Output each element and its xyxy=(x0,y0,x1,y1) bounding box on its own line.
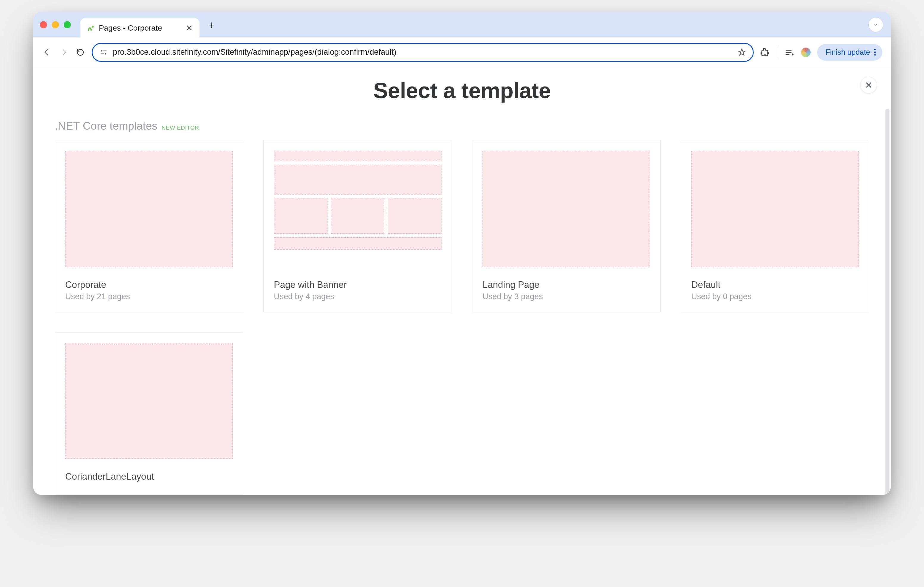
template-meta: CorporateUsed by 21 pages xyxy=(55,274,243,312)
close-tab-icon[interactable]: ✕ xyxy=(185,23,193,33)
toolbar-separator xyxy=(777,46,777,58)
template-preview xyxy=(472,141,660,274)
template-preview xyxy=(55,141,243,274)
back-button[interactable] xyxy=(42,47,53,58)
layout-placeholder xyxy=(274,165,441,194)
template-card[interactable]: Landing PageUsed by 3 pages xyxy=(472,141,660,312)
svg-point-3 xyxy=(105,53,106,54)
site-settings-icon[interactable] xyxy=(99,48,108,57)
layout-placeholder xyxy=(274,151,441,161)
dialog-close-button[interactable]: ✕ xyxy=(860,77,877,94)
bookmark-icon[interactable] xyxy=(738,48,746,57)
dialog-content: Select a template .NET Core templates NE… xyxy=(33,67,891,495)
tab-overflow-button[interactable] xyxy=(869,18,883,32)
template-card[interactable]: CorianderLaneLayout xyxy=(55,332,243,495)
layout-placeholder xyxy=(65,151,233,267)
layout-placeholder xyxy=(331,198,384,234)
template-meta: Page with BannerUsed by 4 pages xyxy=(264,274,452,312)
svg-point-1 xyxy=(101,50,102,51)
template-preview xyxy=(55,333,243,466)
template-name: Landing Page xyxy=(483,280,650,290)
template-name: Corporate xyxy=(65,280,233,290)
template-card[interactable]: CorporateUsed by 21 pages xyxy=(55,141,243,312)
template-preview xyxy=(681,141,869,274)
svg-point-0 xyxy=(92,26,94,28)
page-viewport: ✕ Select a template .NET Core templates … xyxy=(33,67,891,495)
svg-rect-4 xyxy=(101,53,104,54)
layout-placeholder xyxy=(691,151,859,267)
template-name: Page with Banner xyxy=(274,280,441,290)
forward-button[interactable] xyxy=(58,47,69,58)
layout-placeholder xyxy=(388,198,441,234)
svg-rect-2 xyxy=(103,50,107,51)
template-usage: Used by 21 pages xyxy=(65,292,233,301)
layout-placeholder xyxy=(65,343,233,459)
template-meta: DefaultUsed by 0 pages xyxy=(681,274,869,312)
template-usage: Used by 0 pages xyxy=(691,292,859,301)
finish-update-label: Finish update xyxy=(825,48,870,56)
layout-placeholder xyxy=(274,198,327,234)
extensions-icon[interactable] xyxy=(760,47,770,58)
template-card[interactable]: DefaultUsed by 0 pages xyxy=(681,141,869,312)
browser-tab-active[interactable]: Pages - Corporate ✕ xyxy=(80,18,200,38)
template-name: Default xyxy=(691,280,859,290)
section-badge: NEW EDITOR xyxy=(162,125,199,131)
template-name: CorianderLaneLayout xyxy=(65,471,233,482)
section-header: .NET Core templates NEW EDITOR xyxy=(55,120,869,132)
template-card[interactable]: Page with BannerUsed by 4 pages xyxy=(264,141,452,312)
window-controls xyxy=(40,21,71,28)
media-controls-icon[interactable] xyxy=(784,47,795,58)
address-bar-url: pro.3b0ce.cloud.sitefinity.com/Sitefinit… xyxy=(113,48,733,57)
window-zoom-button[interactable] xyxy=(64,21,71,28)
layout-placeholder xyxy=(274,237,441,250)
template-meta: Landing PageUsed by 3 pages xyxy=(472,274,660,312)
browser-toolbar: pro.3b0ce.cloud.sitefinity.com/Sitefinit… xyxy=(33,38,891,67)
new-tab-button[interactable]: ＋ xyxy=(205,18,218,31)
template-grid: CorporateUsed by 21 pagesPage with Banne… xyxy=(55,141,869,495)
profile-avatar[interactable] xyxy=(800,47,811,58)
template-preview xyxy=(264,141,452,274)
window-minimize-button[interactable] xyxy=(52,21,59,28)
browser-tab-strip: Pages - Corporate ✕ ＋ xyxy=(33,12,891,38)
address-bar[interactable]: pro.3b0ce.cloud.sitefinity.com/Sitefinit… xyxy=(92,43,754,62)
reload-button[interactable] xyxy=(75,47,86,58)
window-close-button[interactable] xyxy=(40,21,47,28)
template-usage: Used by 3 pages xyxy=(483,292,650,301)
browser-tab-title: Pages - Corporate xyxy=(99,23,181,33)
finish-update-button[interactable]: Finish update xyxy=(817,44,882,61)
layout-placeholder xyxy=(483,151,650,267)
template-meta: CorianderLaneLayout xyxy=(55,466,243,495)
sitefinity-favicon xyxy=(87,24,95,32)
chrome-menu-icon[interactable] xyxy=(874,49,876,56)
section-title: .NET Core templates xyxy=(55,120,157,132)
browser-window: Pages - Corporate ✕ ＋ pro.3b0ce.cloud.si… xyxy=(33,12,891,495)
scrollbar[interactable] xyxy=(885,109,889,495)
page-title: Select a template xyxy=(55,78,869,103)
template-usage: Used by 4 pages xyxy=(274,292,441,301)
